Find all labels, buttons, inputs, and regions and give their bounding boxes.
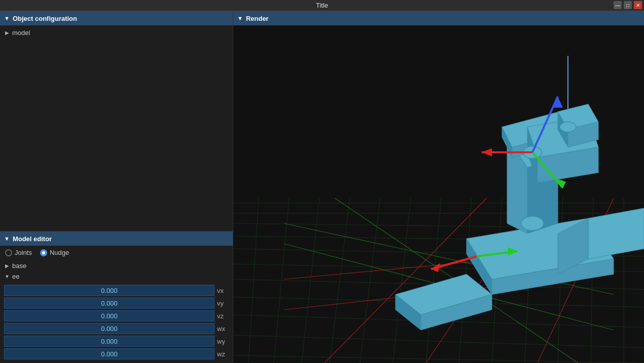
tree-arrow-model: ▶: [4, 30, 10, 36]
object-config-section: ▶ model: [0, 25, 233, 231]
tree-arrow-ee: ▼: [4, 274, 10, 280]
radio-row: Joints Nudge: [0, 246, 233, 259]
render-title: Render: [246, 15, 269, 22]
svg-point-54: [521, 216, 544, 230]
viewport-svg: [233, 25, 644, 363]
render-icon: ▼: [237, 15, 243, 21]
model-editor-title: Model editor: [13, 235, 52, 243]
field-label-vx: vx: [214, 287, 229, 294]
field-row-vx: vx: [4, 285, 229, 296]
field-input-vx[interactable]: [4, 285, 214, 296]
radio-circle-joints: [5, 249, 12, 256]
tree-arrow-base: ▶: [4, 263, 10, 269]
radio-joints[interactable]: Joints: [5, 249, 32, 256]
maximize-button[interactable]: □: [624, 1, 632, 9]
model-editor-icon: ▼: [4, 236, 10, 242]
right-panel: ▼ Render: [233, 11, 644, 363]
radio-label-joints: Joints: [15, 249, 32, 256]
model-editor-header: ▼ Model editor: [0, 232, 233, 246]
field-label-wz: wz: [214, 350, 229, 358]
tree-label-base: base: [12, 262, 26, 270]
field-input-wz[interactable]: [4, 348, 214, 359]
field-row-vy: vy: [4, 298, 229, 309]
tree-item-model[interactable]: ▶ model: [0, 27, 233, 38]
close-button[interactable]: ✕: [634, 1, 642, 9]
title-bar: Title — □ ✕: [0, 0, 644, 11]
tree-item-ee[interactable]: ▼ ee: [0, 271, 233, 282]
main-layout: ▼ Object configuration ▶ model ▼ Model e…: [0, 11, 644, 363]
minimize-button[interactable]: —: [614, 1, 622, 9]
radio-label-nudge: Nudge: [50, 249, 69, 256]
field-input-wx[interactable]: [4, 323, 214, 334]
field-input-vy[interactable]: [4, 298, 214, 309]
field-label-wy: wy: [214, 338, 229, 345]
svg-point-55: [560, 122, 576, 132]
radio-circle-nudge: [40, 249, 47, 256]
field-input-wy[interactable]: [4, 336, 214, 347]
radio-dot-nudge: [42, 251, 45, 254]
radio-nudge[interactable]: Nudge: [40, 249, 69, 256]
field-label-vz: vz: [214, 312, 229, 320]
render-viewport[interactable]: [233, 25, 644, 363]
object-config-header: ▼ Object configuration: [0, 11, 233, 25]
object-config-icon: ▼: [4, 15, 10, 21]
field-row-wx: wx: [4, 323, 229, 334]
left-panel: ▼ Object configuration ▶ model ▼ Model e…: [0, 11, 233, 363]
window-controls: — □ ✕: [614, 1, 642, 9]
field-row-wy: wy: [4, 336, 229, 347]
field-input-vz[interactable]: [4, 310, 214, 321]
tree-label-model: model: [12, 29, 30, 37]
tree-label-ee: ee: [12, 273, 19, 280]
fields-section: vx vy vz wx wy: [0, 283, 233, 363]
tree-item-base[interactable]: ▶ base: [0, 260, 233, 271]
object-config-title: Object configuration: [13, 15, 77, 22]
field-label-wx: wx: [214, 325, 229, 333]
field-row-vz: vz: [4, 310, 229, 321]
model-editor-section: ▼ Model editor Joints Nudge: [0, 231, 233, 363]
field-label-vy: vy: [214, 300, 229, 307]
field-row-wz: wz: [4, 348, 229, 359]
model-editor-tree: ▶ base ▼ ee: [0, 259, 233, 283]
render-header: ▼ Render: [233, 11, 644, 25]
window-title: Title: [316, 2, 328, 9]
